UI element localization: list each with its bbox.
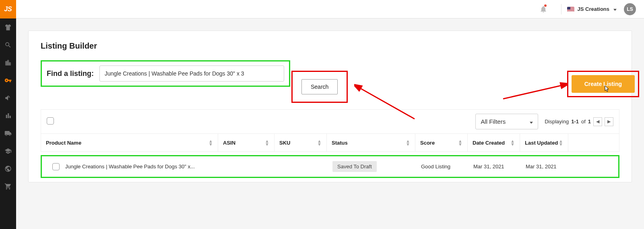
sort-icon: ▲▼ (265, 139, 269, 146)
col-empty (568, 134, 619, 151)
cell-asin (219, 162, 275, 172)
row-checkbox[interactable] (52, 163, 60, 170)
pager-total: 1 (588, 119, 591, 125)
sort-icon: ▲▼ (317, 139, 322, 146)
page-title: Listing Builder (41, 41, 619, 51)
filter-bar: All Filters Displaying 1-1 of 1 ◀ ▶ (41, 109, 619, 134)
sort-icon: ▲▼ (208, 139, 213, 146)
filters-label: All Filters (481, 118, 506, 125)
sidebar-item-shirt[interactable] (0, 18, 16, 36)
svg-rect-5 (567, 10, 574, 11)
flag-us-icon (567, 7, 574, 12)
cell-product-name: Jungle Creations | Washable Pee Pads for… (42, 158, 219, 175)
svg-rect-7 (567, 7, 570, 10)
cell-date-created: Mar 31, 2021 (469, 159, 521, 174)
filters-dropdown[interactable]: All Filters (475, 114, 538, 129)
col-score[interactable]: Score ▲▼ (415, 134, 468, 151)
sidebar-item-search[interactable] (0, 36, 16, 54)
sort-icon: ▲▼ (510, 139, 515, 146)
sidebar-item-key[interactable] (0, 72, 16, 89)
pager: Displaying 1-1 of 1 ◀ ▶ (545, 117, 613, 126)
create-listing-button[interactable]: Create Listing (572, 75, 635, 93)
sort-icon: ▲▼ (458, 139, 462, 146)
sidebar-item-cart[interactable] (0, 178, 16, 195)
pager-next[interactable]: ▶ (605, 117, 613, 126)
caret-down-icon (613, 6, 617, 12)
logo[interactable]: JS (0, 0, 16, 18)
col-product-name[interactable]: Product Name ▲▼ (41, 134, 218, 151)
account-name: JS Creations (578, 6, 609, 12)
card: Listing Builder Find a listing: All Filt… (28, 31, 632, 182)
table-header: Product Name ▲▼ ASIN ▲▼ SKU ▲▼ Status ▲▼… (41, 134, 619, 152)
notification-bell-icon[interactable] (539, 5, 547, 13)
search-label: Find a listing: (47, 70, 94, 78)
sidebar-item-megaphone[interactable] (0, 89, 16, 107)
pager-prev[interactable]: ◀ (593, 117, 602, 126)
pager-of: of (581, 119, 586, 125)
sidebar-item-city[interactable] (0, 54, 16, 72)
sort-icon: ▲▼ (559, 139, 563, 146)
sidebar-item-chart[interactable] (0, 107, 16, 125)
svg-rect-4 (567, 10, 574, 10)
highlighted-row-box: Jungle Creations | Washable Pee Pads for… (41, 155, 619, 178)
search-button-highlight: Search (291, 71, 348, 103)
sort-icon: ▲▼ (406, 139, 410, 146)
svg-rect-6 (567, 11, 574, 12)
pager-range: 1-1 (571, 119, 579, 125)
cell-status: Saved To Draft (328, 156, 416, 177)
table-row[interactable]: Jungle Creations | Washable Pee Pads for… (42, 156, 618, 177)
col-status[interactable]: Status ▲▼ (327, 134, 415, 151)
select-all-checkbox[interactable] (47, 117, 54, 125)
sidebar-item-grad[interactable] (0, 142, 16, 160)
displaying-label: Displaying (545, 119, 569, 125)
cell-last-updated: Mar 31, 2021 (521, 159, 569, 174)
find-listing-box: Find a listing: (41, 60, 290, 87)
cell-score: Good Listing (416, 159, 469, 174)
separator (561, 4, 561, 14)
col-sku[interactable]: SKU ▲▼ (275, 134, 327, 151)
account-switcher[interactable]: JS Creations (567, 6, 617, 12)
create-listing-highlight: Create Listing (567, 71, 639, 97)
sidebar-item-truck[interactable] (0, 125, 16, 142)
cell-empty (569, 162, 618, 172)
cell-sku (275, 162, 328, 172)
main-content: Listing Builder Find a listing: All Filt… (16, 18, 644, 229)
search-button[interactable]: Search (301, 79, 338, 94)
status-badge: Saved To Draft (332, 161, 377, 172)
caret-down-icon (530, 118, 533, 125)
col-asin[interactable]: ASIN ▲▼ (218, 134, 275, 151)
sidebar: JS (0, 0, 16, 229)
col-date-created[interactable]: Date Created ▲▼ (468, 134, 520, 151)
avatar[interactable]: LS (624, 3, 636, 15)
col-last-updated[interactable]: Last Updated ▲▼ (520, 134, 568, 151)
sidebar-item-globe[interactable] (0, 160, 16, 178)
search-input[interactable] (99, 65, 284, 82)
top-bar: JS Creations LS (0, 0, 644, 18)
cursor-pointer-icon (603, 85, 610, 95)
